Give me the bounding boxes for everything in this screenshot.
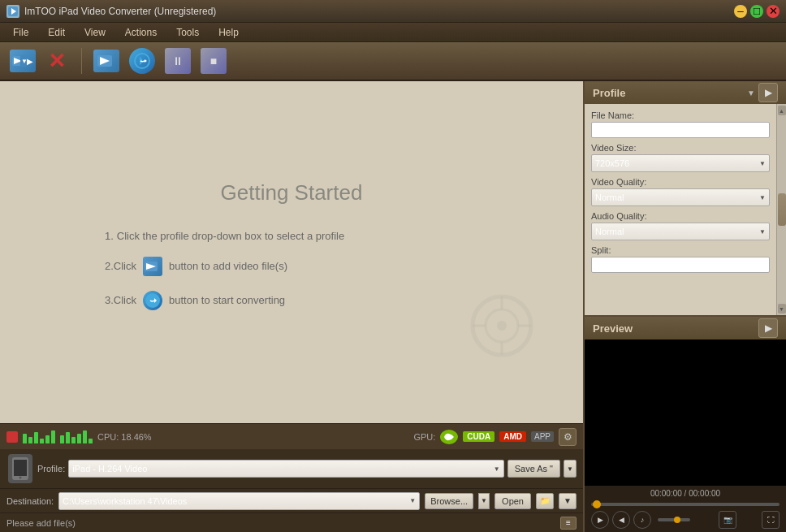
split-input[interactable] — [591, 257, 770, 273]
right-panel: Profile ▼ ▶ File Name: Video Size: 720x5… — [583, 81, 786, 532]
eq-bar-4 — [40, 439, 44, 443]
details-icon[interactable]: ≡ — [560, 517, 577, 530]
open-button[interactable]: Open — [494, 493, 531, 509]
title-bar: ImTOO iPad Video Converter (Unregistered… — [0, 0, 786, 23]
maximize-button[interactable]: □ — [750, 5, 763, 18]
close-button[interactable]: ✕ — [767, 5, 780, 18]
audio-quality-label: Audio Quality: — [591, 211, 770, 221]
menu-help[interactable]: Help — [209, 25, 248, 40]
scroll-thumb[interactable] — [778, 193, 786, 226]
step-3-click: 3.Click — [105, 294, 136, 306]
audio-quality-select[interactable]: Normal ▼ — [591, 223, 770, 240]
status-message: Please add file(s) — [6, 518, 76, 528]
fullscreen-button[interactable]: ⛶ — [762, 511, 780, 529]
getting-started-title: Getting Started — [221, 180, 363, 205]
menu-edit[interactable]: Edit — [38, 25, 75, 40]
folder-icon-button[interactable]: 📁 — [536, 493, 554, 509]
preview-expand-icon: ▶ — [765, 322, 772, 334]
seek-thumb[interactable] — [593, 500, 601, 508]
bottom-status: Please add file(s) ≡ — [0, 513, 583, 532]
preview-header: Preview ▶ — [585, 317, 786, 340]
gpu-label: GPU: — [413, 432, 435, 442]
eq-stop-button[interactable] — [6, 431, 18, 443]
stop-button[interactable]: ■ — [199, 46, 228, 76]
scroll-up-arrow[interactable]: ▲ — [778, 106, 786, 115]
start-convert-button[interactable] — [127, 46, 157, 76]
menu-file[interactable]: File — [3, 25, 38, 40]
minimize-button[interactable]: – — [734, 5, 747, 18]
preview-expand-button[interactable]: ▶ — [758, 318, 778, 338]
save-as-label: Save As " — [515, 464, 553, 474]
step-3: 3.Click button to start converting — [105, 291, 478, 310]
destination-input[interactable]: C:\Users\workstation 47\Videos ▼ — [58, 492, 420, 510]
eq-bar-8 — [66, 432, 70, 443]
app-icon — [6, 5, 19, 18]
video-size-select[interactable]: 720x576 ▼ — [591, 154, 770, 172]
video-quality-select[interactable]: Normal ▼ — [591, 188, 770, 206]
video-size-arrow: ▼ — [759, 160, 766, 167]
add-convert-button[interactable] — [92, 46, 121, 76]
snapshot-button[interactable]: 📷 — [719, 511, 736, 529]
volume-thumb — [674, 517, 680, 523]
browse-dropdown[interactable]: ▼ — [478, 493, 490, 509]
profile-expand-button[interactable]: ▶ — [758, 83, 778, 102]
extra-icon-button[interactable]: ▼ — [559, 493, 577, 509]
video-quality-label: Video Quality: — [591, 177, 770, 187]
svg-rect-22 — [14, 460, 27, 476]
window-controls: – □ ✕ — [734, 5, 780, 18]
preview-title: Preview — [593, 322, 755, 335]
file-name-input[interactable] — [591, 122, 770, 138]
eq-bar-9 — [71, 437, 76, 443]
status-bar: CPU: 18.46% GPU: CUDA AMD APP ⚙ — [0, 423, 583, 449]
add-files-button[interactable]: ▼ — [10, 46, 36, 76]
menu-actions[interactable]: Actions — [115, 25, 166, 40]
play-button[interactable]: ▶ — [591, 511, 609, 529]
svg-point-23 — [19, 477, 22, 479]
profile-select[interactable]: iPad - H.264 Video ▼ — [68, 460, 503, 478]
preview-seekbar[interactable] — [585, 501, 786, 508]
film-reel-decoration — [469, 293, 534, 358]
video-size-value: 720x576 — [595, 158, 629, 168]
pause-icon: ⏸ — [165, 48, 191, 74]
save-as-dropdown[interactable]: ▼ — [564, 460, 577, 478]
svg-point-12 — [145, 293, 160, 308]
amd-badge: AMD — [499, 431, 526, 442]
volume-slider[interactable] — [658, 518, 690, 521]
cpu-label: CPU: 18.46% — [97, 432, 152, 442]
menu-view[interactable]: View — [75, 25, 115, 40]
profile-panel-title: Profile — [593, 87, 744, 99]
profile-label: Profile: — [37, 464, 65, 474]
video-size-label: Video Size: — [591, 143, 770, 153]
eq-bar-12 — [89, 439, 93, 443]
browse-button[interactable]: Browse... — [425, 493, 473, 509]
profile-scrollbar[interactable]: ▲ ▼ — [776, 104, 786, 315]
ipad-icon — [8, 454, 32, 483]
pause-button[interactable]: ⏸ — [163, 46, 192, 76]
scroll-down-arrow[interactable]: ▼ — [778, 304, 786, 314]
destination-label: Destination: — [6, 496, 54, 506]
menu-tools[interactable]: Tools — [166, 25, 209, 40]
step-2: 2.Click button to add video file(s) — [105, 257, 478, 276]
equalizer-display-2 — [60, 430, 93, 443]
start-icon — [129, 48, 155, 74]
main-layout: Getting Started 1. Click the profile dro… — [0, 81, 786, 532]
preview-controls: ▶ ◀ ♪ 📷 ⛶ — [585, 508, 786, 532]
profile-content: File Name: Video Size: 720x576 ▼ Video Q… — [585, 104, 786, 315]
toolbar: ▼ ✕ ⏸ ■ — [0, 42, 786, 81]
browse-label: Browse... — [430, 496, 468, 506]
profile-select-arrow: ▼ — [494, 465, 500, 473]
seek-track[interactable] — [591, 503, 780, 506]
remove-files-button[interactable]: ✕ — [42, 46, 71, 76]
save-as-button[interactable]: Save As " — [507, 460, 560, 478]
eq-bar-2 — [28, 437, 32, 443]
audio-quality-arrow: ▼ — [759, 228, 766, 236]
eq-bar-3 — [34, 432, 38, 443]
audio-quality-field: Audio Quality: Normal ▼ — [591, 211, 770, 240]
step-2-text: button to add video file(s) — [169, 260, 287, 272]
volume-button[interactable]: ♪ — [633, 511, 651, 529]
prev-frame-button[interactable]: ◀ — [612, 511, 630, 529]
step-2-icon — [143, 257, 162, 276]
app-badge: APP — [531, 431, 554, 442]
eq-bar-11 — [83, 430, 87, 443]
settings-button[interactable]: ⚙ — [559, 428, 577, 446]
